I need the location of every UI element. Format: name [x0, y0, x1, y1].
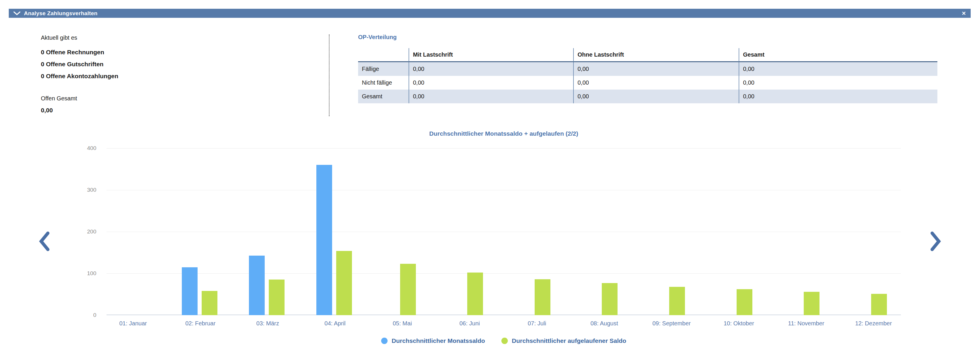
- x-axis-category-label: 10: Oktober: [704, 320, 774, 327]
- bar-aufgelaufener-saldo[interactable]: [467, 273, 483, 315]
- panel-header[interactable]: Analyse Zahlungsverhalten ✕: [9, 9, 970, 18]
- x-axis-category-label: 11: November: [771, 320, 841, 327]
- y-axis-tick-label: 200: [67, 228, 96, 235]
- bar-aufgelaufener-saldo[interactable]: [400, 264, 416, 315]
- chevron-left-icon: [38, 231, 50, 251]
- legend-label: Durchschnittlicher aufgelaufener Saldo: [512, 337, 626, 344]
- x-axis-category-label: 02: Februar: [165, 320, 235, 327]
- x-axis-category-label: 08: August: [569, 320, 639, 327]
- table-cell: 0,00: [739, 62, 937, 76]
- legend-dot-blue-icon: [381, 338, 388, 344]
- table-cell: 0,00: [573, 62, 739, 76]
- x-axis-category-label: 05: Mai: [368, 320, 438, 327]
- grid-line: [107, 232, 901, 232]
- bar-aufgelaufener-saldo[interactable]: [669, 287, 685, 315]
- bar-aufgelaufener-saldo[interactable]: [871, 294, 887, 315]
- bar-aufgelaufener-saldo[interactable]: [804, 292, 819, 315]
- x-axis-category-label: 04: April: [300, 320, 370, 327]
- table-cell: 0,00: [409, 90, 573, 103]
- row-label: Fällige: [358, 62, 409, 76]
- summary-open-credits: 0 Offene Gutschriften: [41, 61, 103, 68]
- summary-open-prepayments: 0 Offene Akontozahlungen: [41, 73, 118, 79]
- legend-label: Durchschnittlicher Monatssaldo: [391, 337, 485, 344]
- bar-monatssaldo[interactable]: [249, 256, 265, 315]
- bar-aufgelaufener-saldo[interactable]: [202, 291, 218, 315]
- bar-aufgelaufener-saldo[interactable]: [269, 280, 285, 315]
- grid-line: [107, 148, 901, 149]
- table-corner-cell: [358, 48, 409, 62]
- legend-item-aufgelaufener-saldo[interactable]: Durchschnittlicher aufgelaufener Saldo: [501, 337, 626, 344]
- chevron-right-icon: [930, 231, 942, 251]
- bar-aufgelaufener-saldo[interactable]: [336, 251, 352, 315]
- legend-item-monatssaldo[interactable]: Durchschnittlicher Monatssaldo: [381, 337, 485, 344]
- grid-line: [107, 273, 901, 274]
- chart-title: Durchschnittlicher Monatssaldo + aufgela…: [107, 130, 901, 137]
- summary-intro: Aktuell gibt es: [41, 35, 77, 41]
- y-axis-tick-label: 300: [67, 186, 96, 194]
- op-distribution-title: OP-Verteilung: [358, 34, 397, 41]
- table-cell: 0,00: [573, 90, 739, 103]
- column-header: Ohne Lastschrift: [573, 48, 739, 62]
- y-axis-tick-label: 0: [67, 312, 96, 319]
- table-cell: 0,00: [739, 90, 937, 103]
- bar-aufgelaufener-saldo[interactable]: [535, 279, 550, 315]
- x-axis-category-label: 07: Juli: [502, 320, 572, 327]
- bar-monatssaldo[interactable]: [317, 165, 332, 315]
- next-page-button[interactable]: [930, 231, 942, 251]
- y-axis-tick-label: 400: [67, 145, 96, 152]
- row-label: Gesamt: [358, 90, 409, 103]
- grid-line: [107, 190, 901, 190]
- x-axis-category-label: 09: September: [636, 320, 706, 327]
- bar-chart-plot-area: 010020030040001: Januar02: Februar03: Mä…: [107, 148, 901, 315]
- column-header: Gesamt: [739, 48, 937, 62]
- close-icon[interactable]: ✕: [962, 9, 966, 18]
- summary-total-label: Offen Gesamt: [41, 95, 77, 102]
- bar-monatssaldo[interactable]: [182, 267, 197, 315]
- dotted-divider: [329, 35, 329, 116]
- panel-title: Analyse Zahlungsverhalten: [24, 10, 97, 17]
- chart-legend: Durchschnittlicher Monatssaldo Durchschn…: [107, 337, 901, 344]
- table-cell: 0,00: [739, 76, 937, 90]
- bar-aufgelaufener-saldo[interactable]: [737, 289, 752, 315]
- analyse-zahlungsverhalten-panel: Analyse Zahlungsverhalten ✕ Aktuell gibt…: [0, 0, 980, 356]
- x-axis-category-label: 12: Dezember: [838, 320, 908, 327]
- x-axis-line: [107, 315, 901, 315]
- x-axis-category-label: 03: März: [232, 320, 303, 327]
- table-cell: 0,00: [409, 62, 573, 76]
- y-axis-tick-label: 100: [67, 270, 96, 277]
- column-header: Mit Lastschrift: [409, 48, 573, 62]
- legend-dot-green-icon: [501, 338, 508, 344]
- table-cell: 0,00: [409, 76, 573, 90]
- summary-open-invoices: 0 Offene Rechnungen: [41, 49, 104, 56]
- row-label: Nicht fällige: [358, 76, 409, 90]
- prev-page-button[interactable]: [38, 231, 50, 251]
- op-distribution-table: Mit Lastschrift Ohne Lastschrift Gesamt …: [358, 48, 937, 103]
- summary-total-value: 0,00: [41, 107, 53, 114]
- chevron-down-icon[interactable]: [13, 11, 21, 16]
- table-cell: 0,00: [573, 76, 739, 90]
- bar-aufgelaufener-saldo[interactable]: [602, 283, 617, 315]
- x-axis-category-label: 06: Juni: [434, 320, 504, 327]
- x-axis-category-label: 01: Januar: [98, 320, 168, 327]
